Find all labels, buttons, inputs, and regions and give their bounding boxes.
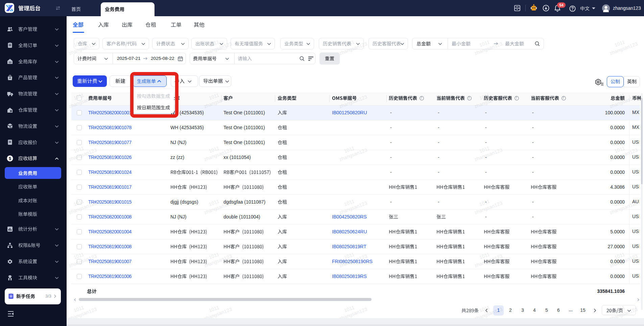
svg-text:$: $: [9, 156, 11, 161]
